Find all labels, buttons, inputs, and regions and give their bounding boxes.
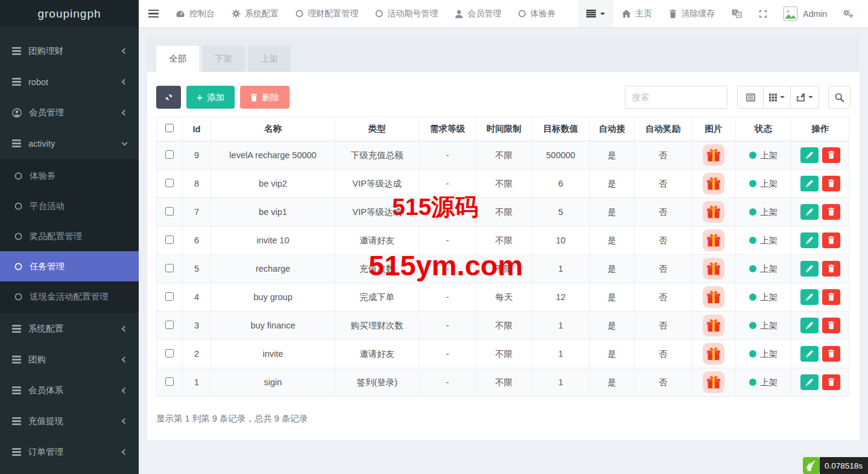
auto-accept: 是 bbox=[590, 141, 635, 170]
status-badge: 上架 bbox=[760, 264, 778, 274]
task-image[interactable] bbox=[703, 371, 724, 393]
delete-row-button[interactable] bbox=[822, 176, 840, 191]
topnav-item-trial-coupon[interactable]: 体验券 bbox=[510, 0, 564, 27]
pencil-icon bbox=[806, 152, 813, 159]
nav-settings[interactable] bbox=[834, 0, 862, 27]
row-checkbox[interactable] bbox=[165, 150, 174, 159]
detail-view-button[interactable] bbox=[737, 86, 764, 109]
edit-button[interactable] bbox=[800, 176, 819, 191]
task-image[interactable] bbox=[703, 286, 724, 308]
topnav-item-dashboard[interactable]: 控制台 bbox=[167, 0, 223, 27]
task-image[interactable] bbox=[703, 343, 724, 365]
sidebar-item-prize-config[interactable]: 奖品配置管理 bbox=[0, 221, 139, 251]
task-image[interactable] bbox=[703, 144, 724, 166]
sidebar-item-cash-gift-config[interactable]: 送现金活动配置管理 bbox=[0, 281, 139, 312]
pencil-icon bbox=[806, 350, 813, 357]
sidebar-item-recharge-withdraw[interactable]: 充值提现 bbox=[0, 406, 139, 437]
add-button[interactable]: +添加 bbox=[186, 86, 235, 109]
circle-icon bbox=[14, 263, 22, 271]
select-all-checkbox[interactable] bbox=[165, 124, 174, 132]
page-load-time: 0.078518s bbox=[820, 457, 868, 474]
nav-clear-cache[interactable]: 清除缓存 bbox=[661, 0, 723, 27]
delete-row-button[interactable] bbox=[822, 346, 840, 362]
task-type-link[interactable]: 邀请好友 bbox=[335, 226, 419, 255]
task-image[interactable] bbox=[703, 258, 724, 280]
tab-off-shelf[interactable]: 下架 bbox=[202, 46, 245, 72]
row-checkbox[interactable] bbox=[165, 349, 174, 357]
list-icon bbox=[12, 139, 21, 147]
task-type-link[interactable]: VIP等级达成 bbox=[335, 198, 419, 226]
sidebar-item-group-buy[interactable]: 团购 bbox=[0, 344, 139, 375]
sidebar-item-platform-activity[interactable]: 平台活动 bbox=[0, 191, 139, 221]
sidebar-item-member-management[interactable]: 会员管理 bbox=[0, 97, 139, 128]
task-type-link[interactable]: 下级充值总额 bbox=[335, 141, 419, 170]
task-type-link[interactable]: VIP等级达成 bbox=[335, 170, 419, 198]
search-button[interactable] bbox=[828, 86, 851, 109]
delete-row-button[interactable] bbox=[822, 147, 840, 163]
delete-row-button[interactable] bbox=[822, 289, 840, 305]
sidebar-item-activity[interactable]: activity bbox=[0, 128, 139, 159]
nav-fullscreen[interactable] bbox=[750, 0, 776, 27]
task-image[interactable] bbox=[703, 173, 724, 194]
columns-button[interactable] bbox=[764, 86, 791, 109]
image-cell bbox=[692, 255, 736, 283]
edit-button[interactable] bbox=[800, 346, 819, 362]
edit-button[interactable] bbox=[800, 232, 819, 248]
task-name: invite bbox=[211, 340, 335, 368]
column-header-1: 名称 bbox=[211, 117, 335, 141]
row-checkbox[interactable] bbox=[165, 264, 174, 272]
row-checkbox[interactable] bbox=[165, 235, 174, 244]
edit-button[interactable] bbox=[800, 318, 819, 333]
row-select-cell bbox=[157, 198, 183, 226]
row-checkbox[interactable] bbox=[165, 207, 174, 216]
task-type-link[interactable]: 邀请好友 bbox=[335, 340, 419, 368]
tab-all[interactable]: 全部 bbox=[156, 46, 199, 72]
delete-row-button[interactable] bbox=[822, 261, 840, 277]
topnav-item-system-config[interactable]: 系统配置 bbox=[223, 0, 287, 27]
list-icon bbox=[12, 325, 21, 333]
topnav-item-finance-config[interactable]: 理财配置管理 bbox=[287, 0, 367, 27]
row-checkbox[interactable] bbox=[165, 179, 174, 187]
sidebar-item-system-config[interactable]: 系统配置 bbox=[0, 313, 139, 344]
tab-bar: 全部下架上架 bbox=[147, 36, 860, 72]
hamburger-icon[interactable] bbox=[139, 0, 167, 27]
task-image[interactable] bbox=[703, 315, 724, 336]
edit-button[interactable] bbox=[800, 261, 819, 277]
refresh-button[interactable] bbox=[156, 86, 181, 109]
sidebar-item-order-management[interactable]: 订单管理 bbox=[0, 437, 139, 467]
sidebar-item-trial-coupon[interactable]: 体验券 bbox=[0, 161, 139, 191]
sidebar-item-robot[interactable]: robot bbox=[0, 66, 139, 97]
delete-button[interactable]: 删除 bbox=[240, 86, 290, 109]
pencil-icon bbox=[806, 293, 813, 301]
delete-row-button[interactable] bbox=[822, 374, 840, 390]
delete-row-button[interactable] bbox=[822, 232, 840, 248]
edit-button[interactable] bbox=[800, 289, 819, 305]
tab-on-shelf[interactable]: 上架 bbox=[248, 46, 291, 72]
row-checkbox[interactable] bbox=[165, 321, 174, 329]
task-name: buy group bbox=[211, 283, 335, 312]
row-checkbox[interactable] bbox=[165, 377, 174, 386]
topnav-item-activity-period[interactable]: 活动期号管理 bbox=[367, 0, 446, 27]
cogs-icon bbox=[843, 9, 854, 18]
sidebar-submenu-activity: 体验券平台活动奖品配置管理任务管理送现金活动配置管理 bbox=[0, 159, 139, 313]
sidebar-item-task-management[interactable]: 任务管理 bbox=[0, 251, 139, 281]
nav-list-dropdown[interactable] bbox=[578, 0, 613, 27]
auto-accept: 是 bbox=[590, 283, 635, 312]
topnav-item-member-management[interactable]: 会员管理 bbox=[446, 0, 510, 27]
task-image[interactable] bbox=[703, 229, 724, 251]
search-input[interactable] bbox=[625, 86, 727, 109]
delete-row-button[interactable] bbox=[822, 318, 840, 333]
auto-accept: 是 bbox=[590, 255, 635, 283]
delete-row-button[interactable] bbox=[822, 204, 840, 220]
edit-button[interactable] bbox=[800, 204, 819, 220]
row-checkbox[interactable] bbox=[165, 292, 174, 301]
export-button[interactable] bbox=[791, 86, 819, 109]
user-menu[interactable]: Admin bbox=[776, 0, 834, 27]
task-image[interactable] bbox=[703, 201, 724, 223]
nav-home[interactable]: 主页 bbox=[613, 0, 661, 27]
edit-button[interactable] bbox=[800, 374, 819, 390]
sidebar-item-group-finance[interactable]: 团购理财 bbox=[0, 36, 139, 66]
edit-button[interactable] bbox=[800, 147, 819, 163]
nav-language[interactable]: 文A bbox=[723, 0, 750, 27]
sidebar-item-member-system[interactable]: 会员体系 bbox=[0, 375, 139, 406]
